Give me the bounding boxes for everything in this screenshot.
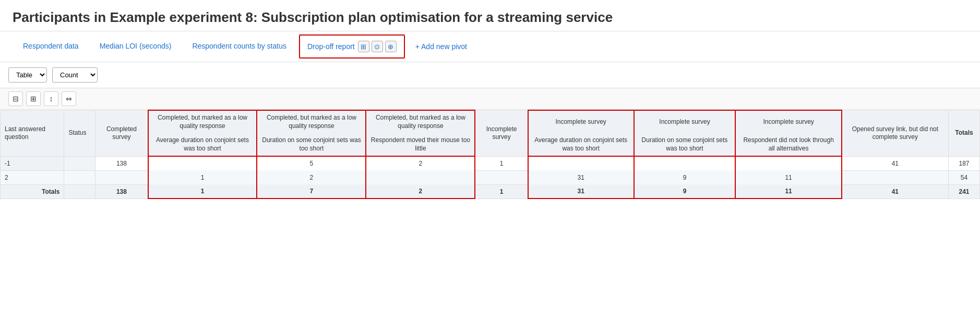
cell-lq-mouse: 2 [366, 184, 475, 199]
cell-status [64, 156, 95, 170]
cell-inc-notall: 11 [735, 170, 841, 184]
col-inc-avg-header: Incomplete survey [528, 110, 634, 133]
table-row: 2 1 2 31 9 11 54 [1, 170, 980, 184]
main-table-container: Last answered question Status Completed … [0, 110, 980, 207]
sort-btn[interactable]: ↕ [44, 91, 58, 106]
totals-row: Totals 138 1 7 2 1 31 9 11 41 241 [1, 184, 980, 199]
cell-opened: 41 [842, 156, 949, 170]
col-incomplete-header: Incomplete survey [475, 110, 528, 156]
row-label: -1 [1, 156, 64, 170]
table-row: -1 138 5 2 1 41 187 [1, 156, 980, 170]
cell-incomplete [475, 170, 528, 184]
cell-inc-dur: 9 [634, 184, 736, 199]
col-inc-avg-sub: Average duration on conjoint sets was to… [528, 133, 634, 156]
cell-inc-notall [735, 156, 841, 170]
cell-lq-avg: 1 [148, 184, 257, 199]
circle-icon[interactable]: ⊙ [372, 41, 383, 52]
col-lq-mouse-header: Completed, but marked as a low quality r… [366, 110, 475, 133]
add-pivot-button[interactable]: + Add new pivot [407, 35, 475, 58]
collapse-btn[interactable]: ⊟ [8, 91, 23, 106]
row-header-label: Last answered question [1, 110, 64, 156]
cell-total: 54 [948, 170, 979, 184]
totals-label: Totals [1, 184, 64, 199]
cell-total: 187 [948, 156, 979, 170]
cell-inc-notall: 11 [735, 184, 841, 199]
data-table: Last answered question Status Completed … [0, 110, 980, 199]
cell-completed [95, 170, 148, 184]
tab-respondent-counts[interactable]: Respondent counts by status [182, 34, 297, 59]
copy-icon[interactable]: ⊞ [358, 41, 369, 52]
cell-opened [842, 170, 949, 184]
cell-completed: 138 [95, 184, 148, 199]
cell-inc-avg: 31 [528, 184, 634, 199]
cell-inc-avg: 31 [528, 170, 634, 184]
col-inc-dur-sub: Duration on some conjoint sets was too s… [634, 133, 736, 156]
tabs-bar: Respondent data Median LOI (seconds) Res… [0, 31, 980, 62]
cell-lq-dur: 2 [257, 170, 366, 184]
cell-opened: 41 [842, 184, 949, 199]
cell-lq-dur: 7 [257, 184, 366, 199]
grid-btn[interactable]: ⊞ [26, 91, 41, 106]
tab-drop-off-label: Drop-off report [307, 42, 355, 51]
cell-incomplete: 1 [475, 184, 528, 199]
col-lq-dur-sub: Duration on some conjoint sets was too s… [257, 133, 366, 156]
status-col-header: Status [64, 110, 95, 156]
col-inc-dur-header: Incomplete survey [634, 110, 736, 133]
tab-drop-off-report[interactable]: Drop-off report ⊞ ⊙ ⊕ [299, 34, 405, 59]
link-btn[interactable]: ⇔ [62, 91, 76, 106]
view-select[interactable]: Table Chart [8, 67, 47, 83]
cell-lq-avg [148, 156, 257, 170]
tab-action-icons: ⊞ ⊙ ⊕ [358, 41, 397, 52]
row-label: 2 [1, 170, 64, 184]
col-totals-header: Totals [948, 110, 979, 156]
cell-completed: 138 [95, 156, 148, 170]
col-opened-header: Opened survey link, but did not complete… [842, 110, 949, 156]
tab-respondent-data[interactable]: Respondent data [13, 34, 89, 59]
cell-inc-dur [634, 156, 736, 170]
controls-bar: Table Chart Count Percent [0, 62, 980, 88]
expand-icon[interactable]: ⊕ [385, 41, 397, 52]
col-lq-dur-header: Completed, but marked as a low quality r… [257, 110, 366, 133]
cell-lq-dur: 5 [257, 156, 366, 170]
cell-status [64, 184, 95, 199]
cell-inc-dur: 9 [634, 170, 736, 184]
metric-select[interactable]: Count Percent [52, 67, 98, 83]
cell-incomplete: 1 [475, 156, 528, 170]
col-inc-notall-sub: Respondent did not look through all alte… [735, 133, 841, 156]
col-inc-notall-header: Incomplete survey [735, 110, 841, 133]
tab-median-loi[interactable]: Median LOI (seconds) [89, 34, 182, 59]
cell-lq-avg: 1 [148, 170, 257, 184]
cell-lq-mouse [366, 170, 475, 184]
toolbar-bar: ⊟ ⊞ ↕ ⇔ [0, 88, 980, 110]
cell-inc-avg [528, 156, 634, 170]
col-lq-mouse-sub: Respondent moved their mouse too little [366, 133, 475, 156]
cell-lq-mouse: 2 [366, 156, 475, 170]
cell-status [64, 170, 95, 184]
page-title: Participants in Example experiment 8: Su… [0, 0, 980, 31]
col-lq-avg-header: Completed, but marked as a low quality r… [148, 110, 257, 133]
col-lq-avg-sub: Average duration on conjoint sets was to… [148, 133, 257, 156]
cell-total: 241 [948, 184, 979, 199]
col-completed-header: Completed survey [95, 110, 148, 156]
